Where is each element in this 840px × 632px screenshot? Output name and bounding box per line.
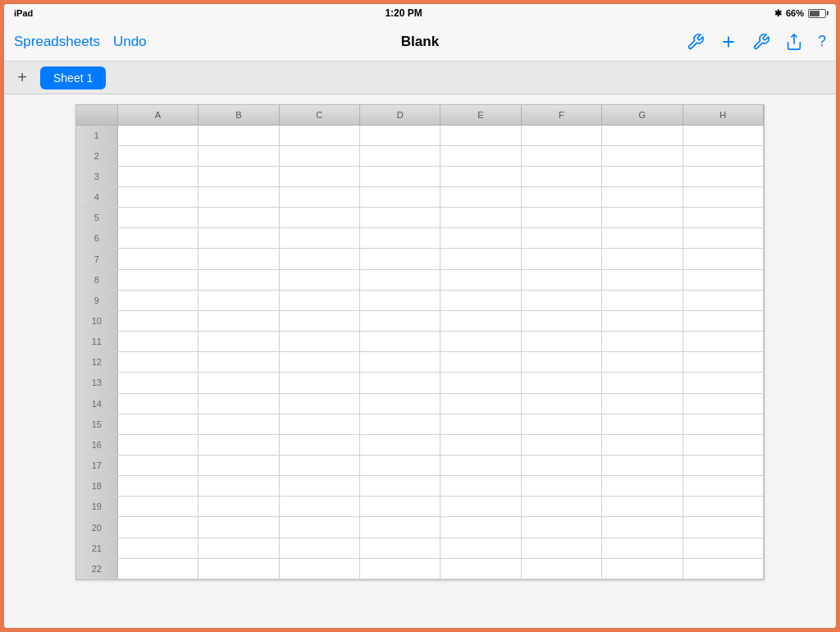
table-row[interactable]: 17 [76, 456, 764, 476]
cell-e8[interactable] [441, 269, 521, 290]
cell-g11[interactable] [602, 332, 682, 352]
cell-d20[interactable] [359, 517, 440, 538]
cell-c9[interactable] [279, 290, 359, 310]
cell-a17[interactable] [117, 456, 198, 476]
cell-g13[interactable] [602, 373, 682, 393]
cell-c12[interactable] [279, 352, 359, 373]
cell-d4[interactable] [359, 186, 440, 207]
cell-b1[interactable] [199, 125, 279, 145]
cell-h5[interactable] [682, 208, 763, 228]
cell-a22[interactable] [117, 558, 198, 579]
cell-b19[interactable] [199, 497, 279, 517]
cell-e15[interactable] [441, 414, 521, 434]
cell-e13[interactable] [441, 373, 521, 393]
cell-d13[interactable] [359, 373, 440, 393]
cell-e14[interactable] [441, 393, 521, 414]
table-row[interactable]: 1 [76, 125, 764, 145]
cell-e1[interactable] [441, 125, 521, 145]
cell-f12[interactable] [521, 352, 601, 373]
cell-h2[interactable] [682, 145, 763, 166]
cell-d12[interactable] [359, 352, 440, 373]
cell-f15[interactable] [521, 414, 601, 434]
cell-h1[interactable] [682, 125, 763, 145]
cell-b13[interactable] [199, 373, 279, 393]
table-row[interactable]: 18 [76, 476, 764, 497]
cell-b4[interactable] [199, 186, 279, 207]
table-row[interactable]: 6 [76, 228, 764, 249]
cell-f21[interactable] [521, 538, 601, 558]
table-row[interactable]: 13 [76, 373, 764, 393]
cell-d14[interactable] [359, 393, 440, 414]
cell-c7[interactable] [279, 249, 359, 269]
cell-h9[interactable] [682, 290, 763, 310]
cell-a11[interactable] [117, 332, 198, 352]
cell-f16[interactable] [521, 434, 601, 455]
cell-f9[interactable] [521, 290, 601, 310]
cell-g20[interactable] [602, 517, 682, 538]
cell-e10[interactable] [441, 310, 521, 331]
cell-f4[interactable] [521, 186, 601, 207]
cell-g15[interactable] [602, 414, 682, 434]
cell-h3[interactable] [682, 166, 763, 186]
cell-e6[interactable] [441, 228, 521, 249]
table-row[interactable]: 21 [76, 538, 764, 558]
cell-h8[interactable] [682, 269, 763, 290]
cell-c5[interactable] [279, 208, 359, 228]
cell-b16[interactable] [199, 434, 279, 455]
table-row[interactable]: 4 [76, 186, 764, 207]
cell-d6[interactable] [359, 228, 440, 249]
help-icon[interactable]: ? [818, 33, 826, 50]
cell-b10[interactable] [199, 310, 279, 331]
cell-g8[interactable] [602, 269, 682, 290]
cell-h14[interactable] [682, 393, 763, 414]
cell-d3[interactable] [359, 166, 440, 186]
cell-b3[interactable] [199, 166, 279, 186]
cell-f3[interactable] [521, 166, 601, 186]
cell-g16[interactable] [602, 434, 682, 455]
cell-h21[interactable] [682, 538, 763, 558]
cell-b22[interactable] [199, 558, 279, 579]
cell-c6[interactable] [279, 228, 359, 249]
cell-g12[interactable] [602, 352, 682, 373]
cell-e20[interactable] [441, 517, 521, 538]
table-row[interactable]: 20 [76, 517, 764, 538]
cell-c18[interactable] [279, 476, 359, 497]
cell-f17[interactable] [521, 456, 601, 476]
cell-f1[interactable] [521, 125, 601, 145]
cell-a4[interactable] [117, 186, 198, 207]
cell-f14[interactable] [521, 393, 601, 414]
cell-d10[interactable] [359, 310, 440, 331]
cell-a10[interactable] [117, 310, 198, 331]
cell-a14[interactable] [117, 393, 198, 414]
cell-a9[interactable] [117, 290, 198, 310]
cell-g21[interactable] [602, 538, 682, 558]
cell-f6[interactable] [521, 228, 601, 249]
cell-g9[interactable] [602, 290, 682, 310]
cell-d22[interactable] [359, 558, 440, 579]
cell-g22[interactable] [602, 558, 682, 579]
cell-g10[interactable] [602, 310, 682, 331]
cell-f22[interactable] [521, 558, 601, 579]
cell-f19[interactable] [521, 497, 601, 517]
cell-c11[interactable] [279, 332, 359, 352]
cell-e3[interactable] [441, 166, 521, 186]
cell-e9[interactable] [441, 290, 521, 310]
cell-c20[interactable] [279, 517, 359, 538]
cell-b9[interactable] [199, 290, 279, 310]
cell-b15[interactable] [199, 414, 279, 434]
cell-g14[interactable] [602, 393, 682, 414]
cell-g1[interactable] [602, 125, 682, 145]
table-row[interactable]: 14 [76, 393, 764, 414]
cell-c15[interactable] [279, 414, 359, 434]
cell-b12[interactable] [199, 352, 279, 373]
cell-d1[interactable] [359, 125, 440, 145]
table-row[interactable]: 11 [76, 332, 764, 352]
cell-b14[interactable] [199, 393, 279, 414]
cell-e12[interactable] [441, 352, 521, 373]
cell-h22[interactable] [682, 558, 763, 579]
table-row[interactable]: 9 [76, 290, 764, 310]
cell-c22[interactable] [279, 558, 359, 579]
cell-a16[interactable] [117, 434, 198, 455]
table-row[interactable]: 3 [76, 166, 764, 186]
wrench-icon[interactable] [752, 33, 770, 51]
